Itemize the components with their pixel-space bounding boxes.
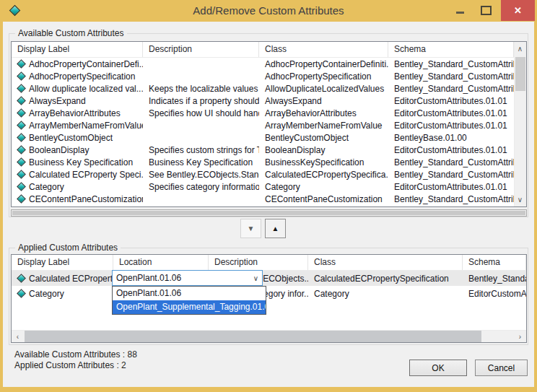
location-combobox-value: OpenPlant.01.06: [116, 271, 249, 285]
cell-schema: Bentley_Standard_CustomAttrib...: [394, 157, 514, 167]
scroll-right-icon[interactable]: ›: [514, 331, 526, 343]
cell-description: Indicates if a property should al...: [149, 96, 259, 106]
location-combobox[interactable]: OpenPlant.01.06 ∨: [112, 270, 263, 286]
table-row[interactable]: Allow duplicate localized val... Keeps t…: [12, 82, 514, 95]
available-attributes-table[interactable]: Display Label Description Class Schema A…: [11, 41, 527, 207]
table-row[interactable]: Calculated ECPropert... OpenPlant.01.06 …: [12, 271, 526, 286]
column-header-description[interactable]: Description: [143, 42, 259, 57]
applied-attributes-table[interactable]: Display Label Location Description Class…: [11, 254, 527, 343]
cell-display-label: Calculated ECProperty Speci...: [29, 170, 143, 180]
cell-schema: Bentley_Standard_CustomAttrib...: [394, 84, 514, 94]
title-bar[interactable]: Add/Remove Custom Attributes ✕: [0, 0, 537, 22]
table-row[interactable]: AdhocPropertySpecification AdhocProperty…: [12, 70, 514, 82]
cell-display-label: AdhocPropertySpecification: [29, 71, 135, 82]
move-up-button[interactable]: ▲: [265, 219, 286, 238]
cell-display-label: AdhocPropertyContainerDefi...: [29, 59, 143, 69]
cell-display-label: BentleyCustomObject: [29, 133, 113, 143]
scroll-down-icon[interactable]: ∨: [514, 193, 526, 206]
cell-description: Keeps the localizable values fro...: [149, 84, 259, 94]
cell-schema: Bentley_Standard_CustomAttrib...: [394, 71, 514, 82]
applied-group-label: Applied Custom Attributes: [15, 243, 121, 253]
cell-display-label: Category: [29, 289, 64, 299]
column-header-display-label[interactable]: Display Label: [12, 255, 113, 270]
horizontal-scroll-thumb[interactable]: [12, 211, 525, 215]
applied-horizontal-scrollbar[interactable]: ‹ ›: [12, 330, 526, 342]
table-row[interactable]: Calculated ECProperty Speci... See Bentl…: [12, 168, 514, 180]
table-row[interactable]: CEContentPaneCustomization CEContentPane…: [12, 193, 514, 205]
table-row[interactable]: AlwaysExpand Indicates if a property sho…: [12, 95, 514, 107]
attribute-gem-icon: [17, 274, 26, 283]
location-dropdown-list[interactable]: OpenPlant.01.06OpenPlant_Supplemental_Ta…: [112, 286, 266, 315]
applied-table-header[interactable]: Display Label Location Description Class…: [12, 255, 526, 271]
cell-class: AllowDuplicateLocalizedValues: [265, 84, 384, 94]
attribute-gem-icon: [17, 71, 26, 81]
cell-schema: Bentley_Standard_CustomAttrib...: [468, 274, 526, 284]
attribute-gem-icon: [17, 145, 26, 154]
table-row[interactable]: BooleanDisplay Specifies custom strings …: [12, 144, 514, 156]
dialog-window: Add/Remove Custom Attributes ✕ Available…: [0, 0, 537, 392]
close-icon: ✕: [514, 5, 522, 16]
dropdown-option[interactable]: OpenPlant_Supplemental_Tagging.01.06: [113, 300, 266, 314]
available-rows: AdhocPropertyContainerDefi... AdhocPrope…: [12, 58, 514, 206]
column-header-description[interactable]: Description: [209, 255, 308, 270]
cell-class: BooleanDisplay: [265, 145, 325, 155]
table-row[interactable]: AdhocPropertyContainerDefi... AdhocPrope…: [12, 58, 514, 70]
column-header-location[interactable]: Location: [113, 255, 209, 270]
cell-description: See Bentley.ECObjects.Standa...: [149, 170, 259, 180]
attribute-gem-icon: [17, 182, 26, 191]
maximize-icon: [481, 6, 492, 15]
column-header-schema[interactable]: Schema: [388, 42, 514, 57]
available-table-header[interactable]: Display Label Description Class Schema: [12, 42, 514, 58]
dropdown-option[interactable]: OpenPlant.01.06: [113, 287, 266, 300]
horizontal-scroll-thumb[interactable]: [25, 331, 481, 342]
cell-description: Specifies custom strings for Tru...: [149, 145, 259, 155]
move-down-button[interactable]: ▼: [240, 219, 261, 238]
close-button[interactable]: ✕: [501, 0, 535, 21]
cell-schema: Bentley_Standard_CustomAttrib...: [394, 170, 514, 180]
scroll-up-icon[interactable]: ∧: [514, 43, 526, 55]
cell-schema: EditorCustomAttributes.01.01: [394, 182, 507, 192]
column-header-class[interactable]: Class: [259, 42, 388, 57]
cell-class: BentleyCustomObject: [265, 133, 349, 143]
cell-class: CalculatedECPropertySpecification: [314, 274, 449, 284]
cell-class: AlwaysExpand: [265, 96, 322, 106]
available-vertical-scrollbar[interactable]: ∧ ∨: [514, 42, 526, 206]
cancel-button[interactable]: Cancel: [475, 360, 528, 376]
cell-schema: EditorCustomAttributes.01.01: [394, 145, 507, 155]
table-row[interactable]: Category Specifies category infor... Cat…: [12, 286, 526, 301]
ok-button[interactable]: OK: [409, 360, 467, 376]
attribute-gem-icon: [17, 121, 26, 130]
cell-description: Business Key Specification: [149, 157, 253, 167]
available-group-label: Available Custom Attributes: [15, 28, 127, 38]
minimize-icon: [456, 12, 464, 14]
cell-schema: EditorCustomAttrib...: [468, 289, 526, 299]
cell-class: ArrayMemberNameFromValue: [265, 121, 383, 131]
move-down-icon: ▼: [248, 225, 255, 232]
column-header-class[interactable]: Class: [308, 255, 463, 270]
minimize-button[interactable]: [449, 0, 471, 21]
cell-description: Specifies how UI should handle...: [149, 108, 259, 118]
attribute-gem-icon: [17, 170, 26, 179]
cell-display-label: AlwaysExpand: [29, 96, 86, 106]
table-row[interactable]: ArrayBehaviorAttributes Specifies how UI…: [12, 107, 514, 119]
cell-schema: Bentley_Standard_CustomAttrib...: [394, 194, 514, 204]
cell-class: Category: [314, 289, 349, 299]
scroll-left-icon[interactable]: ‹: [12, 331, 24, 343]
vertical-scroll-thumb[interactable]: [515, 57, 525, 91]
move-up-icon: ▲: [272, 225, 279, 232]
cell-class: BusinessKeySpecification: [265, 157, 364, 167]
cell-display-label: Calculated ECPropert...: [29, 274, 113, 284]
table-row[interactable]: BentleyCustomObject BentleyCustomObject …: [12, 131, 514, 144]
available-horizontal-scrollbar[interactable]: [11, 209, 527, 217]
table-row[interactable]: Business Key Specification Business Key …: [12, 156, 514, 168]
cell-description: Specifies category information t...: [149, 182, 259, 192]
attribute-gem-icon: [17, 289, 26, 298]
table-row[interactable]: Category Specifies category information …: [12, 180, 514, 193]
attribute-gem-icon: [17, 133, 26, 142]
chevron-down-icon[interactable]: ∨: [250, 271, 262, 285]
maximize-button[interactable]: [475, 0, 497, 21]
column-header-schema[interactable]: Schema: [463, 255, 526, 270]
table-row[interactable]: ArrayMemberNameFromValue ArrayMemberName…: [12, 119, 514, 131]
column-header-display-label[interactable]: Display Label: [12, 42, 143, 57]
available-count-status: Available Custom Attributes : 88: [14, 349, 137, 360]
